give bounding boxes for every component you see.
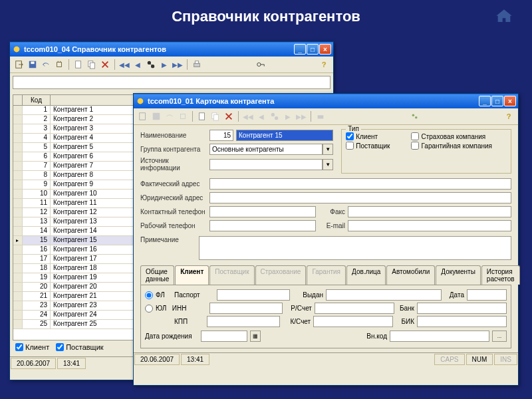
calendar-icon[interactable]: ▦: [250, 331, 261, 342]
name-code[interactable]: [209, 130, 233, 141]
find-icon[interactable]: [269, 110, 281, 122]
tab-insurance[interactable]: Страхование: [255, 265, 307, 285]
last-icon[interactable]: ▶▶: [172, 59, 184, 70]
print-icon[interactable]: [191, 59, 203, 70]
extcode-input[interactable]: [390, 331, 489, 342]
delete-icon[interactable]: [223, 110, 235, 122]
print-icon[interactable]: [315, 110, 327, 122]
home-icon[interactable]: [495, 8, 513, 24]
email-input[interactable]: [348, 220, 511, 231]
work-phone-input[interactable]: [209, 220, 316, 231]
prev-icon[interactable]: ◀: [255, 110, 267, 122]
type-guarantee[interactable]: Гарантийная компания: [411, 142, 507, 150]
radio-ul[interactable]: [145, 305, 153, 313]
fact-addr-label: Фактический адрес: [140, 180, 207, 188]
status-caps: CAPS: [434, 354, 464, 365]
svg-rect-14: [153, 113, 160, 120]
copy-icon[interactable]: [86, 59, 98, 70]
svg-rect-21: [318, 115, 324, 118]
minimize-button[interactable]: _: [479, 96, 491, 106]
tab-client[interactable]: Клиент: [175, 265, 209, 285]
new-icon[interactable]: [196, 110, 208, 122]
date-input[interactable]: [467, 289, 507, 301]
dropdown-icon[interactable]: ▼: [323, 144, 333, 155]
first-icon[interactable]: ◀◀: [242, 110, 254, 122]
fl-label: ФЛ: [156, 291, 172, 299]
ellipsis-button[interactable]: ...: [492, 331, 507, 342]
window-title-text: tccom010_04 Справочник контрагентов: [24, 45, 166, 53]
maximize-button[interactable]: □: [307, 44, 319, 55]
refresh-icon[interactable]: [177, 110, 189, 122]
tab-common[interactable]: Общие данные: [140, 265, 174, 285]
titlebar[interactable]: tccom010_04 Справочник контрагентов _ □ …: [10, 42, 333, 57]
tab-guarantee[interactable]: Гарантия: [307, 265, 346, 285]
tab-cars[interactable]: Автомобили: [386, 265, 435, 285]
group-input[interactable]: [209, 144, 323, 155]
name-input[interactable]: [236, 130, 333, 141]
tab-contacts[interactable]: Дов.лица: [346, 265, 386, 285]
tab-docs[interactable]: Документы: [436, 265, 481, 285]
titlebar[interactable]: tccom010_01 Карточка контрагента _ □ ×: [134, 94, 518, 108]
close-button[interactable]: ×: [319, 44, 331, 55]
filter-supplier[interactable]: Поставщик: [56, 343, 103, 351]
next-icon[interactable]: ▶: [158, 59, 170, 70]
dropdown-icon[interactable]: ▼: [323, 159, 333, 170]
refresh-icon[interactable]: [53, 59, 65, 70]
passport-input[interactable]: [217, 289, 290, 301]
type-supplier[interactable]: Поставщик: [346, 142, 404, 150]
svg-point-0: [14, 47, 20, 53]
raccount-label: Р/Счет: [285, 305, 312, 312]
minimize-button[interactable]: _: [294, 44, 306, 55]
bik-input[interactable]: [417, 316, 507, 327]
kaccount-input[interactable]: [313, 316, 393, 327]
type-client[interactable]: Клиент: [346, 132, 404, 140]
find-icon[interactable]: [145, 59, 157, 70]
help-icon[interactable]: ?: [318, 59, 330, 70]
undo-icon[interactable]: [164, 110, 176, 122]
kpp-input[interactable]: [207, 316, 280, 327]
filter-bar[interactable]: [13, 76, 331, 89]
filter-client[interactable]: Клиент: [15, 343, 49, 351]
tab-history[interactable]: История расчетов: [481, 265, 520, 285]
copy-icon[interactable]: [209, 110, 221, 122]
app-icon: [136, 96, 145, 106]
window-card: tccom010_01 Карточка контрагента _ □ × ◀…: [133, 93, 519, 386]
inn-input[interactable]: [209, 303, 283, 314]
tabs: Общие данные Клиент Поставщик Страховани…: [140, 265, 511, 285]
inn-label: ИНН: [172, 305, 207, 312]
email-label: E-mail: [319, 222, 345, 229]
special-icon[interactable]: [409, 110, 421, 122]
first-icon[interactable]: ◀◀: [118, 59, 130, 70]
source-input[interactable]: [209, 159, 323, 170]
fax-label: Факс: [319, 208, 345, 215]
save-icon[interactable]: [150, 110, 162, 122]
exit-icon[interactable]: [137, 110, 149, 122]
close-button[interactable]: ×: [504, 96, 516, 106]
birth-input[interactable]: [201, 331, 247, 342]
maximize-button[interactable]: □: [491, 96, 503, 106]
legal-addr-input[interactable]: [209, 192, 511, 203]
note-input[interactable]: [199, 236, 511, 260]
help-icon[interactable]: ?: [503, 110, 515, 122]
prev-icon[interactable]: ◀: [132, 59, 144, 70]
last-icon[interactable]: ▶▶: [295, 110, 307, 122]
save-icon[interactable]: [27, 59, 39, 70]
radio-fl[interactable]: [145, 291, 153, 299]
fax-input[interactable]: [348, 206, 511, 217]
issued-input[interactable]: [326, 289, 442, 301]
delete-icon[interactable]: [99, 59, 111, 70]
type-insurance[interactable]: Страховая компания: [411, 132, 507, 140]
col-code[interactable]: Код: [23, 95, 51, 105]
new-icon[interactable]: [72, 59, 84, 70]
status-ins: INS: [494, 354, 517, 365]
tab-supplier[interactable]: Поставщик: [209, 265, 254, 285]
key-icon[interactable]: [255, 59, 267, 70]
next-icon[interactable]: ▶: [282, 110, 294, 122]
phone-input[interactable]: [209, 206, 316, 217]
exit-icon[interactable]: [13, 59, 25, 70]
fact-addr-input[interactable]: [209, 178, 511, 190]
status-time: 13:41: [181, 354, 209, 365]
bank-input[interactable]: [417, 303, 507, 314]
undo-icon[interactable]: [40, 59, 52, 70]
raccount-input[interactable]: [315, 303, 394, 314]
